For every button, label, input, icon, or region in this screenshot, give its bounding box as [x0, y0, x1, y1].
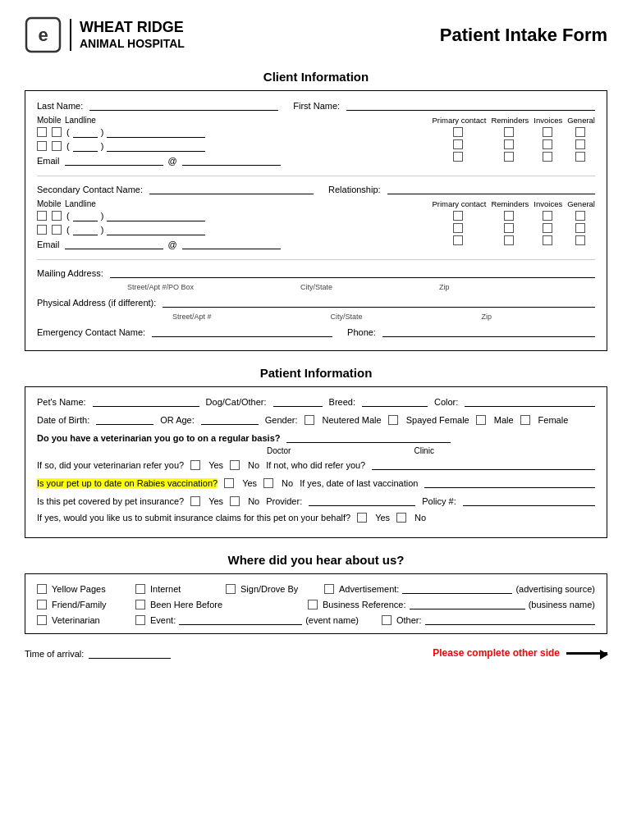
primary-check-1[interactable]	[453, 127, 463, 137]
emergency-contact-field[interactable]	[152, 326, 332, 337]
secondary-contact-field[interactable]	[149, 183, 314, 194]
phone-main-2[interactable]	[107, 140, 205, 152]
first-name-field[interactable]	[346, 99, 595, 111]
who-referred-field[interactable]	[372, 459, 595, 470]
sec-invoices-check-3[interactable]	[543, 235, 552, 245]
email-domain-1[interactable]	[182, 154, 281, 166]
insurance-yes-check[interactable]	[190, 496, 200, 506]
sec-landline-check-1[interactable]	[52, 211, 62, 221]
mailing-address-field[interactable]	[110, 267, 595, 278]
email-field-2[interactable]	[65, 238, 163, 249]
landline-check-2[interactable]	[52, 141, 62, 151]
rabies-yes-check[interactable]	[224, 478, 234, 488]
mobile-check-2[interactable]	[37, 141, 47, 151]
business-ref-check[interactable]	[308, 600, 318, 609]
female-check[interactable]	[520, 415, 530, 425]
rabies-date-field[interactable]	[424, 477, 595, 488]
phone-area-1[interactable]	[73, 126, 98, 138]
phone-area-2[interactable]	[73, 140, 98, 152]
invoices-check-1[interactable]	[543, 127, 552, 137]
neutered-male-check[interactable]	[305, 415, 314, 425]
mailing-address-section: Mailing Address: Street/Apt #/PO Box Cit…	[37, 267, 595, 291]
general-check-2[interactable]	[575, 139, 585, 149]
reminders-check-2[interactable]	[504, 139, 514, 149]
sec-landline-check-2[interactable]	[52, 225, 62, 235]
event-check[interactable]	[135, 615, 145, 625]
event-field[interactable]	[179, 614, 302, 625]
sec-invoices-check-1[interactable]	[543, 211, 552, 221]
pet-name-field[interactable]	[93, 395, 199, 407]
sec-invoices-check-2[interactable]	[543, 223, 552, 233]
business-ref-item: Business Reference: (business name)	[308, 598, 595, 609]
general-check-1[interactable]	[575, 127, 585, 137]
sec-mobile-check-2[interactable]	[37, 225, 47, 235]
policy-field[interactable]	[463, 495, 595, 506]
emergency-phone-field[interactable]	[382, 326, 595, 337]
street-apt-label: Street/Apt #/PO Box	[127, 283, 194, 291]
color-field[interactable]	[465, 395, 595, 407]
phone-main-1[interactable]	[107, 126, 205, 138]
provider-field[interactable]	[309, 495, 415, 506]
sign-drove-check[interactable]	[226, 584, 236, 594]
rabies-no-check[interactable]	[263, 478, 273, 488]
invoices-check-3[interactable]	[543, 152, 552, 162]
refer-no-check[interactable]	[230, 460, 240, 470]
been-here-check[interactable]	[135, 600, 145, 609]
email-domain-2[interactable]	[182, 238, 281, 249]
male-check[interactable]	[476, 415, 486, 425]
client-section-title: Client Information	[25, 70, 607, 84]
mobile-landline-header: Mobile Landline	[37, 116, 281, 125]
relationship-field[interactable]	[387, 183, 595, 194]
friend-family-check[interactable]	[37, 600, 47, 609]
advertisement-check[interactable]	[324, 584, 334, 594]
sec-phone-main-2[interactable]	[107, 224, 205, 235]
provider-label: Provider:	[266, 496, 302, 506]
primary-check-2[interactable]	[453, 139, 463, 149]
reminders-check-1[interactable]	[504, 127, 514, 137]
general-check-3[interactable]	[575, 152, 585, 162]
landline-check-1[interactable]	[52, 127, 62, 137]
submit-yes-check[interactable]	[357, 513, 367, 523]
physical-address-field[interactable]	[163, 296, 595, 308]
sec-primary-check-3[interactable]	[453, 235, 463, 245]
contact-left-section: Mobile Landline ( ) ( )	[37, 116, 281, 169]
last-name-field[interactable]	[89, 99, 278, 111]
veterinarian-check[interactable]	[37, 615, 47, 625]
internet-check[interactable]	[135, 584, 145, 594]
sec-phone-area-2[interactable]	[73, 224, 98, 235]
sec-primary-check-2[interactable]	[453, 223, 463, 233]
refer-yes-check[interactable]	[190, 460, 200, 470]
submit-no-check[interactable]	[396, 513, 406, 523]
invoices-check-2[interactable]	[543, 139, 552, 149]
vet-name-field[interactable]	[286, 431, 451, 443]
business-ref-field[interactable]	[410, 598, 525, 609]
sec-primary-check-1[interactable]	[453, 211, 463, 221]
sec-phone-area-1[interactable]	[73, 210, 98, 221]
policy-label: Policy #:	[422, 496, 456, 506]
sec-general-check-2[interactable]	[575, 223, 585, 233]
sec-reminders-check-1[interactable]	[504, 211, 514, 221]
breed-field[interactable]	[362, 395, 428, 407]
email-field-1[interactable]	[65, 154, 163, 166]
mobile-check-1[interactable]	[37, 127, 47, 137]
sec-general-check-3[interactable]	[575, 235, 585, 245]
sec-general-check-1[interactable]	[575, 211, 585, 221]
dob-field[interactable]	[96, 413, 153, 425]
other-field[interactable]	[425, 614, 595, 625]
primary-check-3[interactable]	[453, 152, 463, 162]
advertisement-field[interactable]	[402, 582, 512, 594]
patient-info-box: Pet's Name: Dog/Cat/Other: Breed: Color:…	[25, 386, 607, 538]
yellow-pages-check[interactable]	[37, 584, 47, 594]
time-of-arrival-field[interactable]	[89, 647, 171, 659]
sec-phone-main-1[interactable]	[107, 210, 205, 221]
reminders-check-3[interactable]	[504, 152, 514, 162]
sec-reminders-check-2[interactable]	[504, 223, 514, 233]
insurance-no-check[interactable]	[230, 496, 240, 506]
insurance-yes-label: Yes	[208, 496, 223, 506]
sec-mobile-check-1[interactable]	[37, 211, 47, 221]
spayed-female-check[interactable]	[388, 415, 398, 425]
age-field[interactable]	[201, 413, 259, 425]
dog-cat-field[interactable]	[273, 395, 323, 407]
other-check[interactable]	[382, 615, 392, 625]
sec-reminders-check-3[interactable]	[504, 235, 514, 245]
